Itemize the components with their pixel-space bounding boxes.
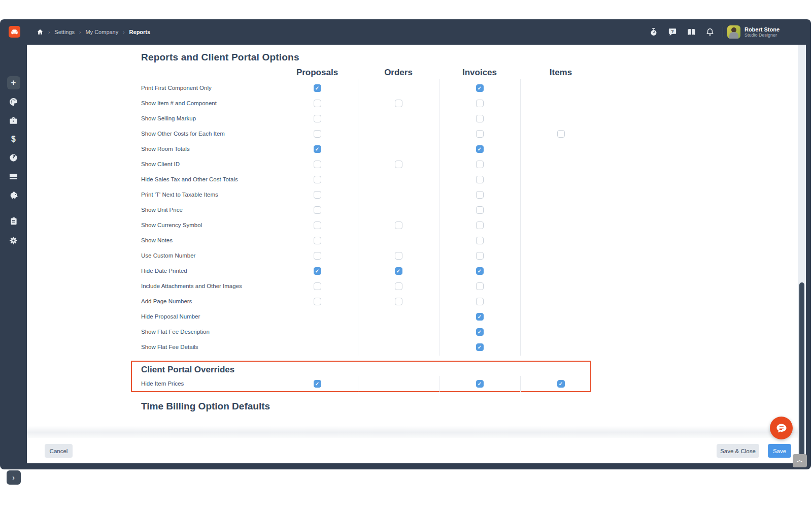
checkbox-invoices[interactable] (476, 130, 484, 138)
checkbox-proposals[interactable] (314, 221, 321, 229)
checkbox-invoices[interactable] (476, 176, 484, 183)
checkbox-invoices[interactable] (476, 191, 484, 199)
payments-icon (9, 172, 18, 181)
checkbox-proposals[interactable] (314, 206, 321, 214)
option-label: Add Page Numbers (141, 298, 277, 304)
checkbox-proposals[interactable] (314, 267, 321, 275)
option-cell (277, 376, 358, 391)
option-cell (520, 156, 601, 172)
client-portal-table: Hide Item Prices (141, 376, 601, 391)
checkbox-proposals[interactable] (314, 130, 321, 138)
checkbox-invoices[interactable] (476, 380, 484, 388)
option-cell (439, 217, 520, 233)
option-cell (520, 376, 601, 391)
checkbox-invoices[interactable] (476, 237, 484, 244)
sidebar-item-design[interactable] (0, 97, 27, 107)
checkbox-proposals[interactable] (314, 100, 321, 107)
checkbox-proposals[interactable] (314, 161, 321, 168)
chat-fab[interactable] (770, 417, 793, 439)
sidebar-item-settings[interactable] (0, 236, 27, 245)
checkbox-proposals[interactable] (314, 145, 321, 153)
option-label: Print 'T' Next to Taxable Items (141, 192, 277, 198)
timer-icon[interactable] (645, 19, 663, 45)
option-label: Show Notes (141, 237, 277, 243)
user-menu[interactable]: Robert Stone Studio Designer (727, 25, 780, 39)
notifications-icon[interactable] (701, 19, 720, 45)
sidebar-item-time[interactable] (0, 153, 27, 163)
scrollbar-thumb[interactable] (799, 282, 804, 461)
save-and-close-button[interactable]: Save & Close (717, 444, 759, 458)
scroll-fade (27, 426, 798, 438)
sidebar-item-money[interactable]: $ (0, 135, 27, 144)
option-cell (358, 309, 439, 324)
checkbox-proposals[interactable] (314, 237, 321, 244)
breadcrumb-separator: › (79, 29, 81, 35)
checkbox-invoices[interactable] (476, 328, 484, 336)
checkbox-invoices[interactable] (476, 145, 484, 153)
checkbox-orders[interactable] (395, 221, 402, 229)
sidebar-item-add[interactable]: + (0, 76, 27, 89)
checkbox-invoices[interactable] (476, 282, 484, 290)
checkbox-orders[interactable] (395, 267, 402, 275)
checkbox-invoices[interactable] (476, 267, 484, 275)
checkbox-items[interactable] (557, 380, 565, 388)
checkbox-orders[interactable] (395, 298, 402, 305)
sidebar-collapse-toggle[interactable]: › (0, 470, 27, 485)
help-icon[interactable]: ? (663, 19, 682, 45)
checkbox-invoices[interactable] (476, 115, 484, 122)
breadcrumb-my-company[interactable]: My Company (85, 29, 118, 35)
option-cell (520, 278, 601, 294)
option-cell (520, 202, 601, 217)
checkbox-orders[interactable] (395, 252, 402, 260)
column-header-invoices: Invoices (439, 68, 520, 78)
scrollbar-track[interactable] (798, 45, 806, 463)
checkbox-proposals[interactable] (314, 282, 321, 290)
studio-designer-logo[interactable] (9, 26, 20, 38)
checkbox-invoices[interactable] (476, 313, 484, 321)
checkbox-proposals[interactable] (314, 84, 321, 92)
scroll-to-top-button[interactable]: ︿ (793, 454, 807, 467)
checkbox-items[interactable] (557, 130, 565, 138)
docs-icon[interactable] (682, 19, 701, 45)
checkbox-proposals[interactable] (314, 298, 321, 305)
checkbox-invoices[interactable] (476, 221, 484, 229)
option-cell (358, 172, 439, 187)
option-cell (439, 339, 520, 355)
checkbox-orders[interactable] (395, 161, 402, 168)
column-header-orders: Orders (358, 68, 439, 78)
app-window: › Settings › My Company › Reports ? (0, 19, 811, 469)
option-cell (439, 233, 520, 248)
sidebar-item-payments[interactable] (0, 172, 27, 181)
sidebar-item-projects[interactable] (0, 116, 27, 125)
topbar-actions: ? Robert Stone Studio De (645, 19, 811, 45)
checkbox-invoices[interactable] (476, 343, 484, 351)
svg-text:$: $ (11, 135, 16, 143)
sidebar-item-savings[interactable] (0, 190, 27, 200)
user-name: Robert Stone (745, 26, 780, 33)
checkbox-orders[interactable] (395, 100, 402, 107)
checkbox-proposals[interactable] (314, 252, 321, 260)
breadcrumb-settings[interactable]: Settings (54, 29, 75, 35)
checkbox-proposals[interactable] (314, 176, 321, 183)
option-cell (277, 202, 358, 217)
checkbox-invoices[interactable] (476, 161, 484, 168)
checkbox-invoices[interactable] (476, 84, 484, 92)
option-row: Print 'T' Next to Taxable Items (141, 187, 601, 202)
sidebar-item-tasks[interactable] (0, 216, 27, 226)
option-row: Add Page Numbers (141, 294, 601, 309)
checkbox-invoices[interactable] (476, 100, 484, 107)
checkbox-invoices[interactable] (476, 206, 484, 214)
option-label: Show Selling Markup (141, 115, 277, 121)
option-row: Show Item # and Component (141, 96, 601, 111)
checkbox-proposals[interactable] (314, 191, 321, 199)
option-cell (277, 278, 358, 294)
home-icon[interactable] (37, 28, 44, 36)
checkbox-proposals[interactable] (314, 380, 321, 388)
checkbox-orders[interactable] (395, 282, 402, 290)
checkbox-proposals[interactable] (314, 115, 321, 122)
cancel-button[interactable]: Cancel (45, 444, 73, 458)
checkbox-invoices[interactable] (476, 298, 484, 305)
checkbox-invoices[interactable] (476, 252, 484, 260)
save-button[interactable]: Save (768, 444, 791, 458)
time-icon (9, 153, 18, 163)
